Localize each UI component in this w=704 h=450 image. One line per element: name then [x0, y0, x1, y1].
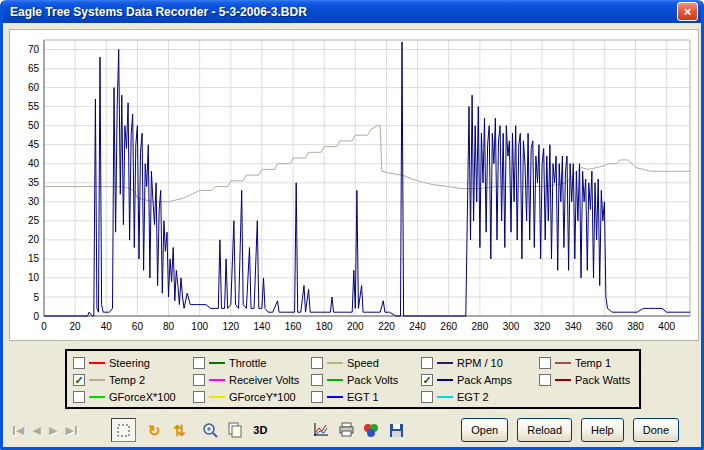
- legend-color-dash: [327, 362, 343, 364]
- colors-button[interactable]: [359, 418, 384, 442]
- legend-item-gforcey-100: GForceY*100: [193, 388, 311, 405]
- nav-next-button[interactable]: ▶: [49, 424, 57, 437]
- legend-label: Temp 1: [575, 357, 611, 369]
- legend-checkbox[interactable]: [311, 391, 323, 403]
- svg-text:60: 60: [132, 321, 144, 332]
- svg-text:35: 35: [28, 177, 40, 188]
- legend-label: Pack Volts: [347, 374, 398, 386]
- chart-area: 0510152025303540455055606570020406080100…: [9, 29, 699, 341]
- legend-item-gforcex-100: GForceX*100: [73, 388, 193, 405]
- reload-button[interactable]: Reload: [517, 418, 572, 442]
- nav-prev-icon: ◀: [32, 424, 40, 437]
- legend-label: Pack Amps: [457, 374, 512, 386]
- svg-text:40: 40: [28, 158, 40, 169]
- help-button[interactable]: Help: [581, 418, 624, 442]
- legend-color-dash: [209, 362, 225, 364]
- select-tool-button[interactable]: [111, 418, 136, 442]
- nav-stop-bar: [75, 426, 77, 435]
- legend-color-dash: [209, 396, 225, 398]
- legend-checkbox[interactable]: [539, 357, 551, 369]
- legend-checkbox[interactable]: [193, 374, 205, 386]
- legend-checkbox[interactable]: [73, 391, 85, 403]
- pages-icon: [227, 422, 243, 438]
- svg-text:120: 120: [222, 321, 239, 332]
- legend-label: Throttle: [229, 357, 266, 369]
- legend-checkbox[interactable]: [421, 357, 433, 369]
- legend-checkbox[interactable]: [193, 357, 205, 369]
- close-icon[interactable]: ×: [677, 2, 698, 21]
- svg-text:100: 100: [191, 321, 208, 332]
- 3d-label: 3D: [253, 424, 267, 436]
- legend-label: Receiver Volts: [229, 374, 299, 386]
- legend-checkbox[interactable]: [311, 357, 323, 369]
- legend-checkbox[interactable]: [193, 391, 205, 403]
- svg-text:80: 80: [163, 321, 175, 332]
- magnifier-icon: [202, 422, 219, 439]
- legend-color-dash: [437, 396, 453, 398]
- legend-label: Speed: [347, 357, 379, 369]
- svg-text:30: 30: [28, 196, 40, 207]
- legend-checkbox[interactable]: [539, 374, 551, 386]
- legend-item-temp-2: ✓Temp 2: [73, 371, 193, 388]
- done-button[interactable]: Done: [633, 418, 679, 442]
- svg-text:20: 20: [28, 234, 40, 245]
- legend-color-dash: [555, 362, 571, 364]
- legend-color-dash: [437, 362, 453, 364]
- up-down-arrows-icon: ⇅: [173, 423, 186, 438]
- print-button[interactable]: [334, 418, 359, 442]
- svg-text:280: 280: [472, 321, 489, 332]
- svg-text:400: 400: [658, 321, 675, 332]
- nav-prev-button[interactable]: ◀: [32, 424, 40, 437]
- fit-vertical-button[interactable]: ⇅: [167, 418, 192, 442]
- legend-color-dash: [209, 379, 225, 381]
- nav-first-button[interactable]: ◀: [13, 424, 24, 437]
- save-button[interactable]: [384, 418, 409, 442]
- svg-text:0: 0: [33, 311, 39, 322]
- legend-checkbox[interactable]: [73, 357, 85, 369]
- copy-button[interactable]: [223, 418, 248, 442]
- legend-color-dash: [89, 362, 105, 364]
- chart-settings-button[interactable]: [309, 418, 334, 442]
- svg-text:160: 160: [285, 321, 302, 332]
- legend-label: GForceX*100: [109, 391, 176, 403]
- chart-plot-svg[interactable]: 0510152025303540455055606570020406080100…: [10, 30, 700, 342]
- zoom-button[interactable]: [198, 418, 223, 442]
- legend-label: Pack Watts: [575, 374, 630, 386]
- svg-text:50: 50: [28, 120, 40, 131]
- svg-text:5: 5: [33, 292, 39, 303]
- nav-last-button[interactable]: ▶: [65, 424, 76, 437]
- toolbar: ◀◀▶▶ ↻ ⇅: [3, 415, 701, 445]
- legend-color-dash: [89, 396, 105, 398]
- legend-checkbox[interactable]: ✓: [421, 374, 433, 386]
- legend-grid: SteeringThrottleSpeedRPM / 10Temp 1✓Temp…: [67, 351, 639, 407]
- svg-text:65: 65: [28, 63, 40, 74]
- legend-item-temp-1: Temp 1: [539, 354, 635, 371]
- svg-text:340: 340: [565, 321, 582, 332]
- legend-label: Steering: [109, 357, 150, 369]
- 3d-view-button[interactable]: 3D: [248, 418, 273, 442]
- svg-text:45: 45: [28, 139, 40, 150]
- open-button[interactable]: Open: [461, 418, 508, 442]
- legend-item-receiver-volts: Receiver Volts: [193, 371, 311, 388]
- tool-buttons: ↻ ⇅: [111, 418, 409, 442]
- refresh-button[interactable]: ↻: [142, 418, 167, 442]
- legend-item-rpm-10: RPM / 10: [421, 354, 539, 371]
- legend-color-dash: [89, 379, 105, 381]
- legend-item-egt-2: EGT 2: [421, 388, 539, 405]
- svg-text:320: 320: [534, 321, 551, 332]
- svg-text:300: 300: [503, 321, 520, 332]
- legend-checkbox[interactable]: [311, 374, 323, 386]
- chart-axes-icon: [313, 422, 329, 438]
- legend-item-pack-amps: ✓Pack Amps: [421, 371, 539, 388]
- legend-label: Temp 2: [109, 374, 145, 386]
- legend-item-pack-watts: Pack Watts: [539, 371, 635, 388]
- titlebar[interactable]: Eagle Tree Systems Data Recorder - 5-3-2…: [3, 0, 701, 23]
- legend-checkbox[interactable]: ✓: [73, 374, 85, 386]
- svg-text:200: 200: [347, 321, 364, 332]
- printer-icon: [338, 422, 355, 438]
- nav-next-icon: ▶: [49, 424, 57, 437]
- nav-last-icon: ▶: [65, 424, 73, 437]
- legend-item-speed: Speed: [311, 354, 421, 371]
- legend-checkbox[interactable]: [421, 391, 433, 403]
- legend-item-egt-1: EGT 1: [311, 388, 421, 405]
